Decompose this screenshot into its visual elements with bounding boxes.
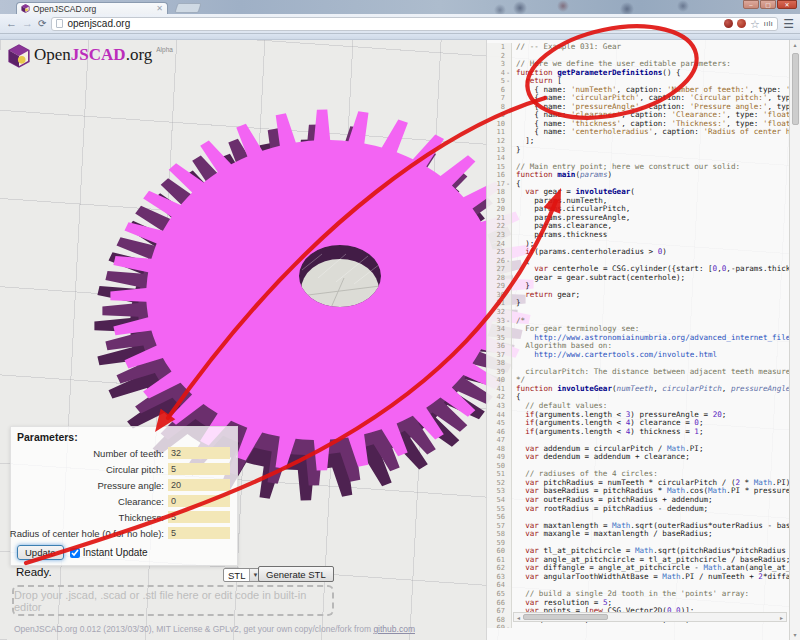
- fold-marker[interactable]: [505, 496, 512, 505]
- fold-marker[interactable]: [505, 291, 512, 300]
- parameter-input[interactable]: [168, 479, 230, 491]
- fold-marker[interactable]: [505, 590, 512, 599]
- fold-marker[interactable]: [505, 351, 512, 360]
- fold-marker[interactable]: [505, 308, 512, 317]
- fold-marker[interactable]: [505, 334, 512, 343]
- fold-marker[interactable]: [505, 325, 512, 334]
- fold-marker[interactable]: [505, 376, 512, 385]
- fold-marker[interactable]: [505, 393, 512, 402]
- format-select[interactable]: STL ▼: [223, 568, 261, 582]
- fold-marker[interactable]: [505, 385, 512, 394]
- fold-marker[interactable]: [505, 171, 512, 180]
- fold-marker[interactable]: [505, 94, 512, 103]
- scrollbar-thumb[interactable]: [523, 614, 608, 620]
- scroll-up-icon[interactable]: ▴: [790, 40, 800, 50]
- fold-marker[interactable]: [505, 197, 512, 206]
- browser-tab[interactable]: OpenJSCAD.org ✕: [16, 2, 168, 14]
- editor-horizontal-scrollbar[interactable]: ◂ ▸: [513, 612, 787, 622]
- fold-marker[interactable]: [505, 86, 512, 95]
- file-dropzone[interactable]: Drop your .jscad, .scad or .stl file her…: [12, 585, 334, 616]
- fold-marker[interactable]: [505, 154, 512, 163]
- bookmark-star-icon[interactable]: ☆: [750, 19, 760, 29]
- fold-marker[interactable]: [505, 128, 512, 137]
- fold-marker[interactable]: [505, 616, 512, 625]
- fold-marker[interactable]: [505, 487, 512, 496]
- fold-marker[interactable]: [505, 205, 512, 214]
- fold-marker[interactable]: -: [505, 257, 512, 266]
- instant-update-checkbox[interactable]: [70, 548, 80, 558]
- fold-marker[interactable]: [505, 470, 512, 479]
- fold-marker[interactable]: [505, 214, 512, 223]
- fold-marker[interactable]: -: [505, 317, 512, 326]
- fold-marker[interactable]: [505, 146, 512, 155]
- fold-marker[interactable]: [505, 111, 512, 120]
- fold-marker[interactable]: [505, 513, 512, 522]
- scroll-down-icon[interactable]: ▾: [790, 630, 800, 640]
- close-button[interactable]: ✕: [777, 0, 797, 9]
- fold-marker[interactable]: [505, 240, 512, 249]
- scroll-right-icon[interactable]: ▸: [777, 614, 786, 621]
- fold-marker[interactable]: [505, 103, 512, 112]
- fold-marker[interactable]: -: [505, 180, 512, 189]
- fold-marker[interactable]: [505, 445, 512, 454]
- scroll-left-icon[interactable]: ◂: [514, 614, 523, 621]
- fold-marker[interactable]: [505, 428, 512, 437]
- fold-marker[interactable]: -: [505, 624, 512, 628]
- parameter-input[interactable]: [168, 511, 230, 523]
- fold-marker[interactable]: [505, 52, 512, 61]
- fold-marker[interactable]: [505, 342, 512, 351]
- minimize-button[interactable]: –: [743, 0, 759, 9]
- parameter-input[interactable]: [168, 495, 230, 507]
- fold-marker[interactable]: [505, 599, 512, 608]
- fold-marker[interactable]: [505, 505, 512, 514]
- fold-marker[interactable]: [505, 530, 512, 539]
- fold-marker[interactable]: [505, 402, 512, 411]
- scrollbar-thumb[interactable]: [792, 53, 799, 125]
- parameter-input[interactable]: [168, 447, 230, 459]
- reload-icon[interactable]: ⟳: [38, 18, 46, 29]
- fold-marker[interactable]: -: [505, 69, 512, 78]
- fold-marker[interactable]: [505, 60, 512, 69]
- fold-marker[interactable]: [505, 522, 512, 531]
- parameter-input[interactable]: [168, 463, 230, 475]
- fold-marker[interactable]: [505, 411, 512, 420]
- fold-marker[interactable]: [505, 282, 512, 291]
- generate-stl-button[interactable]: Generate STL: [258, 566, 334, 582]
- fold-marker[interactable]: [505, 299, 512, 308]
- menu-icon[interactable]: ☰: [783, 18, 794, 30]
- fold-marker[interactable]: [505, 547, 512, 556]
- maximize-button[interactable]: ▢: [760, 0, 776, 9]
- url-bar[interactable]: openjscad.org ☆ ıılı: [51, 17, 778, 31]
- url-text[interactable]: openjscad.org: [67, 18, 720, 29]
- fold-marker[interactable]: [505, 607, 512, 616]
- code-editor[interactable]: 1 // -- Example 031: Gear2 3 // Here we …: [486, 40, 800, 640]
- extension-icon[interactable]: [737, 19, 746, 28]
- fold-marker[interactable]: [505, 248, 512, 257]
- extension-icon[interactable]: [724, 19, 733, 28]
- fold-marker[interactable]: [505, 43, 512, 52]
- fold-marker[interactable]: [505, 163, 512, 172]
- fold-marker[interactable]: [505, 539, 512, 548]
- fold-marker[interactable]: [505, 436, 512, 445]
- fold-marker[interactable]: [505, 265, 512, 274]
- fold-marker[interactable]: [505, 120, 512, 129]
- new-tab-button[interactable]: [174, 3, 201, 13]
- fold-marker[interactable]: [505, 419, 512, 428]
- tab-close-icon[interactable]: ✕: [156, 5, 163, 13]
- parameter-input[interactable]: [168, 527, 230, 539]
- fold-marker[interactable]: [505, 479, 512, 488]
- github-link[interactable]: github.com: [373, 624, 415, 634]
- fold-marker[interactable]: -: [505, 77, 512, 86]
- editor-vertical-scrollbar[interactable]: ▴ ▾: [789, 40, 800, 640]
- fold-marker[interactable]: [505, 573, 512, 582]
- fold-marker[interactable]: [505, 453, 512, 462]
- fold-marker[interactable]: [505, 368, 512, 377]
- fold-marker[interactable]: [505, 222, 512, 231]
- fold-marker[interactable]: [505, 188, 512, 197]
- update-button[interactable]: Update: [17, 545, 64, 560]
- forward-icon[interactable]: →: [22, 18, 33, 29]
- fold-marker[interactable]: [505, 581, 512, 590]
- fold-marker[interactable]: [505, 556, 512, 565]
- back-icon[interactable]: ←: [6, 18, 17, 29]
- fold-marker[interactable]: [505, 564, 512, 573]
